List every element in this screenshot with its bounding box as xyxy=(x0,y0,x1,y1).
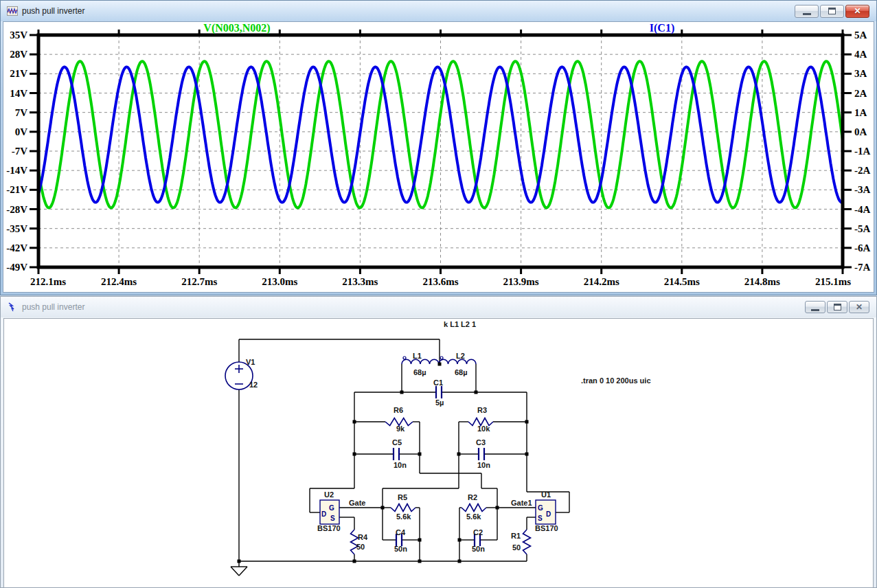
restore-icon xyxy=(834,304,841,310)
trace-label-current[interactable]: I(C1) xyxy=(650,22,674,34)
restore-icon xyxy=(828,8,836,14)
waveform-app-icon xyxy=(7,5,18,16)
minimize-icon xyxy=(811,309,819,311)
schematic-canvas[interactable] xyxy=(3,318,874,587)
waveform-window-title: push pull inverter xyxy=(22,6,795,16)
close-button-2[interactable]: ✕ xyxy=(849,301,869,313)
close-button[interactable]: ✕ xyxy=(845,5,869,18)
waveform-window: push pull inverter ✕ 35V28V21V14V7V0V-7V… xyxy=(0,0,877,295)
waveform-titlebar[interactable]: push pull inverter ✕ xyxy=(1,1,876,21)
minimize-button[interactable] xyxy=(795,5,819,18)
restore-button-2[interactable] xyxy=(827,301,847,313)
minimize-button-2[interactable] xyxy=(805,301,825,313)
schematic-app-icon xyxy=(7,302,18,313)
trace-label-voltage[interactable]: V(N003,N002) xyxy=(203,22,270,34)
close-icon: ✕ xyxy=(854,7,861,15)
minimize-icon xyxy=(803,13,811,15)
restore-button[interactable] xyxy=(820,5,844,18)
schematic-titlebar[interactable]: push pull inverter ✕ xyxy=(1,297,876,317)
close-icon: ✕ xyxy=(856,303,863,311)
schematic-window: push pull inverter ✕ DGSDGSV112L168µL268… xyxy=(0,296,877,588)
plot-canvas[interactable] xyxy=(3,21,874,293)
schematic-window-title: push pull inverter xyxy=(22,302,805,312)
